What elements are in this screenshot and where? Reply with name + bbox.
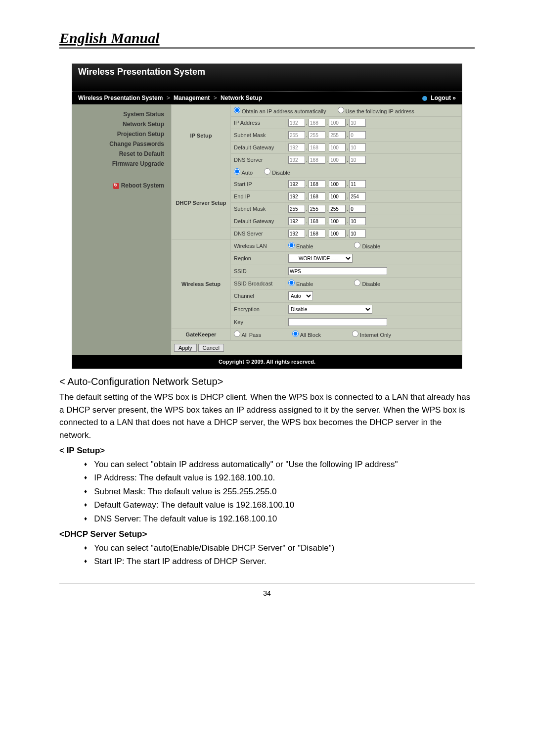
label-channel: Channel xyxy=(231,289,285,303)
list-item: Start IP: The start IP address of DHCP S… xyxy=(84,555,475,568)
breadcrumb: Wireless Presentation System > Managemen… xyxy=(78,94,262,101)
radio-gk-allblock[interactable]: All Block xyxy=(292,331,321,338)
radio-gk-internet[interactable]: Internet Only xyxy=(352,331,391,338)
radio-gk-allpass[interactable]: All Pass xyxy=(234,331,261,338)
startip-1[interactable] xyxy=(288,180,305,188)
dhcp-gw-2[interactable] xyxy=(309,217,325,225)
label-dns: DNS Server xyxy=(231,154,285,166)
radio-wlan-enable[interactable]: Enable xyxy=(288,242,313,249)
dhcp-subnet-2[interactable] xyxy=(309,205,325,213)
gateway-3[interactable] xyxy=(329,143,346,151)
sidebar-item-system-status[interactable]: System Status xyxy=(77,109,164,119)
subnet-2[interactable] xyxy=(309,131,325,139)
dhcp-gw-1[interactable] xyxy=(288,217,305,225)
endip-4[interactable] xyxy=(349,192,366,200)
label-wlan: Wireless LAN xyxy=(231,240,285,252)
label-ip-address: IP Address xyxy=(231,117,285,129)
ip-address-1[interactable] xyxy=(288,119,305,127)
dhcp-subnet-3[interactable] xyxy=(329,205,346,213)
label-key: Key xyxy=(231,316,285,329)
select-region[interactable]: ---- WORLDWIDE ---- xyxy=(288,254,353,263)
startip-2[interactable] xyxy=(309,180,325,188)
config-content: IP Setup Obtain an IP address automatica… xyxy=(171,104,462,355)
document-body: < Auto-Configuration Network Setup> The … xyxy=(59,374,475,568)
startip-3[interactable] xyxy=(329,180,346,188)
subnet-4[interactable] xyxy=(349,131,366,139)
dhcp-dns-4[interactable] xyxy=(349,230,366,237)
list-item: DNS Server: The default value is 192.168… xyxy=(84,513,475,525)
radio-ip-static[interactable]: Use the following IP address xyxy=(338,107,414,114)
endip-2[interactable] xyxy=(309,192,325,200)
label-ssid-bcast: SSID Broadcast xyxy=(231,278,285,289)
dhcp-dns-1[interactable] xyxy=(288,230,305,237)
window-title: Wireless Presentation System xyxy=(72,64,462,92)
section-wireless: Wireless Setup xyxy=(172,240,231,329)
cancel-button[interactable]: Cancel xyxy=(198,344,224,352)
ip-setup-heading: < IP Setup> xyxy=(59,444,475,457)
radio-dhcp-disable[interactable]: Disable xyxy=(264,168,290,176)
subnet-3[interactable] xyxy=(329,131,346,139)
copyright-footer: Copyright © 2009. All rights reserved. xyxy=(72,355,462,369)
label-dhcp-dns: DNS Server xyxy=(231,228,285,240)
radio-bcast-disable[interactable]: Disable xyxy=(354,280,380,287)
page-number: 34 xyxy=(59,583,475,597)
ip-address-3[interactable] xyxy=(329,119,346,127)
dhcp-subnet-4[interactable] xyxy=(349,205,366,213)
ip-address-2[interactable] xyxy=(309,119,325,127)
dns-3[interactable] xyxy=(329,156,346,164)
startip-4[interactable] xyxy=(349,180,366,188)
document-title: English Manual xyxy=(59,30,475,48)
sidebar-item-firmware-upgrade[interactable]: Firmware Upgrade xyxy=(77,159,164,169)
ip-address-4[interactable] xyxy=(349,119,366,127)
dns-4[interactable] xyxy=(349,156,366,164)
radio-ip-auto[interactable]: Obtain an IP address automatically xyxy=(234,107,326,114)
dhcp-subnet-1[interactable] xyxy=(288,205,305,213)
endip-1[interactable] xyxy=(288,192,305,200)
label-end-ip: End IP xyxy=(231,190,285,203)
input-ssid[interactable] xyxy=(288,267,387,275)
sidebar-item-reset-default[interactable]: Reset to Default xyxy=(77,149,164,159)
gateway-2[interactable] xyxy=(309,143,325,151)
section-caption: < Auto-Configuration Network Setup> xyxy=(59,374,475,389)
intro-paragraph: The default setting of the WPS box is DH… xyxy=(59,391,475,441)
apply-button[interactable]: Apply xyxy=(174,344,197,352)
list-item: Default Gateway: The default value is 19… xyxy=(84,499,475,512)
dns-1[interactable] xyxy=(288,156,305,164)
sidebar-item-change-passwords[interactable]: Change Passwords xyxy=(77,139,164,149)
crumb-root[interactable]: Wireless Presentation System xyxy=(78,94,163,101)
router-screenshot: Wireless Presentation System Wireless Pr… xyxy=(72,63,462,369)
label-region: Region xyxy=(231,252,285,265)
list-item: Subnet Mask: The default value is 255.25… xyxy=(84,485,475,498)
label-ssid: SSID xyxy=(231,265,285,278)
gateway-4[interactable] xyxy=(349,143,366,151)
logout-icon xyxy=(422,96,427,101)
list-item: IP Address: The default value is 192.168… xyxy=(84,472,475,484)
gateway-1[interactable] xyxy=(288,143,305,151)
sidebar-item-reboot[interactable]: Reboot System xyxy=(77,181,164,190)
endip-3[interactable] xyxy=(329,192,346,200)
subnet-1[interactable] xyxy=(288,131,305,139)
reboot-icon xyxy=(113,183,119,189)
radio-bcast-enable[interactable]: Enable xyxy=(288,280,313,287)
logout-link[interactable]: Logout » xyxy=(422,94,456,101)
dhcp-gw-3[interactable] xyxy=(329,217,346,225)
sidebar-item-network-setup[interactable]: Network Setup xyxy=(77,119,164,129)
dhcp-setup-heading: <DHCP Server Setup> xyxy=(59,528,475,541)
dns-2[interactable] xyxy=(309,156,325,164)
list-item: You can select "obtain IP address automa… xyxy=(84,458,475,471)
dhcp-dns-3[interactable] xyxy=(329,230,346,237)
dhcp-gw-4[interactable] xyxy=(349,217,366,225)
radio-dhcp-auto[interactable]: Auto xyxy=(234,168,253,176)
section-dhcp: DHCP Server Setup xyxy=(172,166,231,240)
label-dhcp-subnet: Subnet Mask xyxy=(231,203,285,215)
crumb-current: Network Setup xyxy=(221,94,262,101)
sidebar-item-projection-setup[interactable]: Projection Setup xyxy=(77,129,164,139)
label-encryption: Encryption xyxy=(231,303,285,316)
select-encryption[interactable]: Disable xyxy=(288,305,372,314)
input-key[interactable] xyxy=(288,318,387,326)
crumb-mgmt[interactable]: Management xyxy=(174,94,210,101)
dhcp-setup-list: You can select "auto(Enable/Disable DHCP… xyxy=(84,542,475,568)
dhcp-dns-2[interactable] xyxy=(309,230,325,237)
select-channel[interactable]: Auto xyxy=(288,291,313,300)
radio-wlan-disable[interactable]: Disable xyxy=(354,242,380,249)
